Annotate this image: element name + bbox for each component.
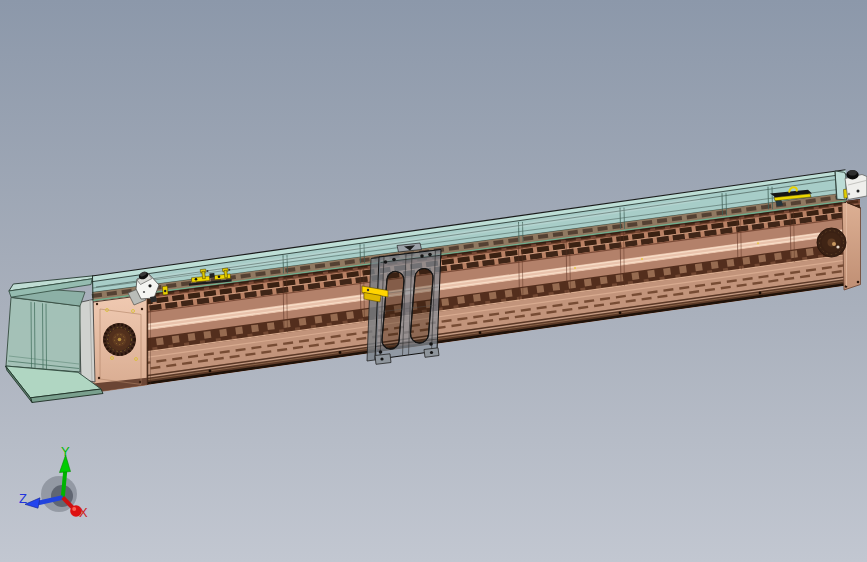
svg-text:Y: Y — [61, 444, 70, 459]
svg-text:Z: Z — [19, 491, 27, 506]
svg-text:X: X — [79, 505, 88, 520]
